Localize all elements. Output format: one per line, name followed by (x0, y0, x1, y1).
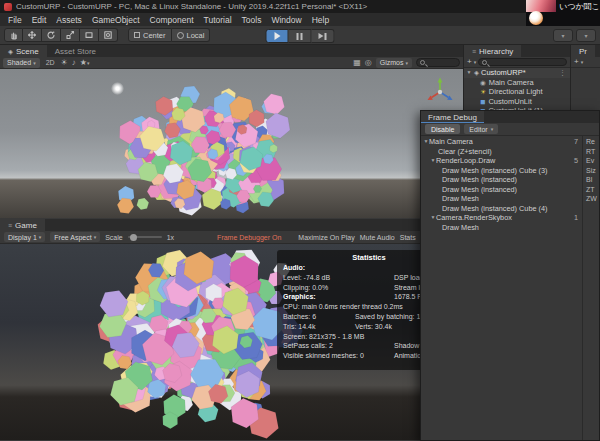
stats-button[interactable]: Stats (400, 234, 416, 241)
scale-label: Scale (105, 234, 123, 241)
space-toggle-button[interactable]: Local (172, 28, 211, 42)
scene-audio-toggle[interactable]: ♪ (72, 58, 76, 68)
scene-effects-dropdown[interactable]: ★▾ (80, 58, 90, 68)
2d-toggle-button[interactable]: 2D (44, 59, 57, 66)
frame-event-details: ReRTEvSizBlZTZW (583, 136, 599, 440)
move-tool-icon (27, 30, 37, 40)
step-button[interactable] (312, 29, 335, 43)
frame-event-label: Camera.RenderSkybox (436, 213, 512, 223)
tab-game[interactable]: ≡ Game (0, 219, 45, 231)
chevron-down-icon: ▾ (94, 234, 97, 240)
shading-mode-dropdown[interactable]: Shaded▾ (3, 58, 40, 68)
rect-tool-button[interactable] (80, 28, 99, 42)
rotate-tool-icon (46, 30, 56, 40)
menu-item-component[interactable]: Component (145, 15, 199, 25)
transform-tools (4, 28, 118, 42)
game-viewport[interactable]: Statistics Audio:Level: -74.8 dBDSP load… (0, 244, 463, 440)
pivot-icon (134, 32, 140, 38)
tab-project[interactable]: Pr (571, 45, 595, 57)
project-add-icon[interactable]: + (574, 57, 579, 67)
frame-event-draw-mesh-instanced[interactable]: Draw Mesh (instanced) (421, 175, 582, 185)
tab-asset-store[interactable]: Asset Store (47, 45, 104, 57)
scene-viewport[interactable] (0, 69, 463, 218)
tab-hierarchy[interactable]: ≡ Hierarchy (464, 45, 521, 57)
layout-dropdown[interactable]: ▾ (576, 29, 596, 42)
menu-item-window[interactable]: Window (266, 15, 306, 25)
layers-dropdown[interactable]: ▾ (553, 29, 573, 42)
hand-tool-button[interactable] (4, 28, 23, 42)
chevron-down-icon: ▾ (33, 60, 36, 66)
foldout-icon[interactable]: ▼ (466, 68, 472, 78)
scene-camera-settings-icon[interactable]: ◎ (365, 58, 372, 68)
move-tool-button[interactable] (23, 28, 42, 42)
detail-fragment: Re (583, 137, 599, 147)
game-view-panel: ≡ Game Display 1▾ Free Aspect▾ Scale 1x … (0, 219, 464, 441)
disable-button[interactable]: Disable (425, 124, 460, 134)
menu-item-tools[interactable]: Tools (237, 15, 267, 25)
scene-toolbar: Shaded▾ 2D ☀ ♪ ★▾ ▦ ◎ Gizmos▾ (0, 57, 463, 69)
menu-item-tutorial[interactable]: Tutorial (199, 15, 237, 25)
frame-event-draw-mesh[interactable]: Draw Mesh (421, 223, 582, 233)
frame-event-camera-renderskybox[interactable]: ▼Camera.RenderSkybox1 (421, 213, 582, 223)
scale-slider-knob[interactable] (130, 234, 137, 241)
play-controls (266, 29, 335, 43)
unity-app-icon (4, 3, 12, 11)
create-add-icon[interactable]: + (467, 57, 472, 67)
frame-event-label: Draw Mesh (442, 223, 479, 233)
frame-event-draw-mesh-instanced[interactable]: Draw Mesh (instanced) (421, 185, 582, 195)
hierarchy-item-label: Directional Light (489, 87, 543, 97)
frame-event-main-camera[interactable]: ▼Main Camera7 (421, 137, 582, 147)
frame-event-label: RenderLoop.Draw (436, 156, 495, 166)
scale-tool-button[interactable] (61, 28, 80, 42)
chevron-down-icon[interactable]: ▾ (474, 59, 477, 65)
detail-fragment: Siz (583, 166, 599, 176)
frame-event-renderloop-draw[interactable]: ▼RenderLoop.Draw5 (421, 156, 582, 166)
event-count: 7 (574, 137, 582, 147)
hierarchy-search-input[interactable] (478, 58, 567, 66)
target-dropdown[interactable]: Editor▾ (464, 124, 498, 134)
directional-light-gizmo[interactable] (111, 82, 124, 95)
chevron-down-icon: ▾ (405, 60, 408, 66)
display-dropdown[interactable]: Display 1▾ (4, 232, 45, 242)
frame-event-draw-mesh-instanced-cube-3[interactable]: Draw Mesh (instanced) Cube (3) (421, 166, 582, 176)
menu-item-edit[interactable]: Edit (27, 15, 52, 25)
gizmos-dropdown[interactable]: Gizmos▾ (376, 58, 412, 68)
scale-value: 1x (167, 234, 174, 241)
aspect-ratio-dropdown[interactable]: Free Aspect▾ (50, 232, 100, 242)
play-button[interactable] (266, 29, 289, 43)
tab-frame-debug[interactable]: Frame Debug (421, 111, 484, 123)
pause-button[interactable] (289, 29, 312, 43)
scale-slider[interactable] (128, 236, 162, 238)
frame-event-label: Draw Mesh (instanced) (442, 175, 517, 185)
overlay-avatar (529, 11, 543, 25)
detail-fragment: Bl (583, 175, 599, 185)
menu-item-file[interactable]: File (3, 15, 27, 25)
orientation-gizmo[interactable] (422, 74, 458, 110)
menu-item-help[interactable]: Help (307, 15, 334, 25)
menu-item-assets[interactable]: Assets (51, 15, 87, 25)
frame-event-draw-mesh[interactable]: Draw Mesh (421, 194, 582, 204)
hierarchy-item-directional-light[interactable]: ☀Directional Light (464, 87, 570, 97)
transform-tool-button[interactable] (99, 28, 118, 42)
scene-lighting-toggle[interactable]: ☀ (61, 58, 68, 68)
detail-fragment: RT (583, 147, 599, 157)
hierarchy-item-main-camera[interactable]: ◉Main Camera (464, 78, 570, 88)
rotate-tool-button[interactable] (42, 28, 61, 42)
game-toolbar: Display 1▾ Free Aspect▾ Scale 1x Frame D… (0, 231, 463, 244)
pivot-toggle-button[interactable]: Center (128, 28, 172, 42)
mute-audio-button[interactable]: Mute Audio (360, 234, 395, 241)
frame-event-label: Clear (Z+stencil) (438, 147, 492, 157)
frame-event-label: Draw Mesh (instanced) Cube (3) (442, 166, 547, 176)
hierarchy-scene-row[interactable]: ▼ ◈ CustomURP* ⋮ (464, 68, 570, 78)
menu-item-gameobject[interactable]: GameObject (87, 15, 145, 25)
scene-grid-toggle[interactable]: ▦ (353, 58, 361, 68)
frame-event-draw-mesh-instanced-cube-4[interactable]: Draw Mesh (instanced) Cube (4) (421, 204, 582, 214)
hierarchy-item-customunlit[interactable]: ◼CustomUnLit (464, 97, 570, 107)
tab-scene[interactable]: ◈ Scene (0, 45, 47, 57)
scene-search-input[interactable] (416, 58, 460, 67)
maximize-on-play-button[interactable]: Maximize On Play (298, 234, 354, 241)
frame-event-clear-z-stencil[interactable]: Clear (Z+stencil) (421, 147, 582, 157)
scene-options-icon[interactable]: ⋮ (559, 68, 568, 78)
hierarchy-tabbar: ≡ Hierarchy (464, 45, 570, 57)
detail-fragment: ZT (583, 185, 599, 195)
